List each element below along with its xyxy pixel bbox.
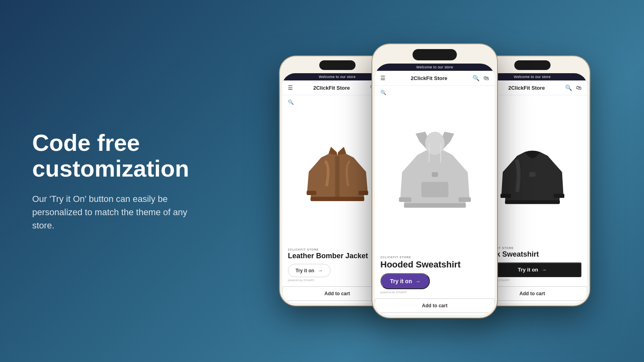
menu-icon-center[interactable]: ☰ [380, 75, 386, 81]
store-label-right: 2CLICKFIT STORE [483, 247, 582, 249]
svg-rect-12 [529, 172, 535, 177]
try-it-on-button-left[interactable]: Try it on → [288, 264, 330, 277]
store-label-left: 2CLICKFIT STORE [288, 248, 386, 251]
svg-rect-0 [335, 156, 339, 200]
hoodie-image-area [380, 97, 489, 252]
try-btn-arrow-right: → [541, 267, 547, 273]
svg-rect-1 [310, 197, 364, 202]
try-btn-label-left: Try it on [295, 268, 314, 274]
sweatshirt-image-area [483, 99, 582, 243]
subtext: Our 'Try it On' button can easily be per… [32, 192, 193, 232]
search-icon-right[interactable]: 🔍 [565, 84, 572, 91]
phones-container: Welcome to our store ☰ 2ClickFit Store 🔍… [225, 0, 644, 362]
screen-center: Welcome to our store ☰ 2ClickFit Store 🔍… [375, 64, 495, 315]
product-area-center: 🔍 [375, 86, 495, 298]
svg-rect-9 [399, 197, 411, 202]
svg-rect-13 [505, 200, 559, 204]
add-cart-label-right: Add to cart [520, 291, 545, 296]
product-name-left: Leather Bomber Jacket [288, 252, 386, 261]
try-btn-label-right: Try it on [518, 267, 538, 273]
svg-rect-3 [358, 191, 368, 195]
try-it-on-button-right[interactable]: Try it on → [483, 262, 582, 277]
svg-point-4 [425, 132, 444, 155]
phone-center: Welcome to our store ☰ 2ClickFit Store 🔍… [372, 44, 497, 318]
product-info-right: 2CLICKFIT STORE Neck Sweatshirt Try it o… [483, 243, 582, 286]
store-name-right: 2ClickFit Store [508, 85, 545, 91]
welcome-bar-center: Welcome to our store [375, 64, 495, 71]
svg-rect-10 [458, 197, 471, 202]
cart-icon-center[interactable]: 🛍 [483, 75, 489, 81]
store-name-left: 2ClickFit Store [313, 85, 350, 91]
svg-rect-14 [500, 194, 511, 198]
notch-left [319, 60, 355, 70]
powered-by-center: powered by 2ClickFit [380, 291, 489, 294]
jacket-svg [305, 135, 369, 216]
cart-icon-right[interactable]: 🛍 [576, 84, 582, 91]
zoom-icon-left[interactable]: 🔍 [288, 99, 386, 105]
product-name-right: Neck Sweatshirt [483, 250, 582, 259]
nav-center: ☰ 2ClickFit Store 🔍 🛍 [375, 71, 495, 86]
nav-icons-right: 🔍 🛍 [565, 84, 582, 91]
product-name-center: Hooded Sweatshirt [380, 259, 489, 270]
try-btn-arrow-center: → [415, 278, 420, 284]
add-cart-label-left: Add to cart [324, 291, 350, 296]
svg-rect-8 [431, 172, 438, 177]
powered-by-right: powered by 2ClickFit [483, 279, 582, 282]
notch-right [514, 60, 550, 70]
add-cart-btn-center[interactable]: Add to cart [375, 298, 495, 313]
nav-icons-center: 🔍 🛍 [473, 75, 489, 81]
svg-rect-2 [306, 191, 316, 195]
svg-rect-15 [553, 194, 564, 198]
store-label-center: 2CLICKFIT STORE [380, 256, 489, 259]
product-info-center: 2CLICKFIT STORE Hooded Sweatshirt Try it… [380, 252, 489, 298]
sweatshirt-svg [498, 131, 566, 211]
try-btn-arrow-left: → [318, 267, 323, 274]
powered-by-left: powered by 2ClickFit [288, 279, 386, 282]
search-icon-center[interactable]: 🔍 [473, 75, 479, 81]
svg-rect-11 [404, 203, 466, 208]
notch-center [413, 49, 457, 60]
try-btn-label-center: Try it on [390, 278, 412, 284]
zoom-icon-center[interactable]: 🔍 [380, 90, 489, 95]
product-info-left: 2CLICKFIT STORE Leather Bomber Jacket Tr… [288, 244, 386, 286]
store-name-center: 2ClickFit Store [411, 75, 447, 81]
svg-rect-5 [421, 182, 448, 197]
left-section: Code free customization Our 'Try it On' … [0, 106, 225, 257]
hoodie-svg [396, 126, 474, 222]
menu-icon-left[interactable]: ☰ [288, 85, 293, 90]
add-cart-label-center: Add to cart [422, 303, 447, 309]
try-it-on-button-center[interactable]: Try it on → [380, 273, 430, 289]
jacket-image-area [288, 107, 386, 244]
headline: Code free customization [32, 130, 193, 181]
